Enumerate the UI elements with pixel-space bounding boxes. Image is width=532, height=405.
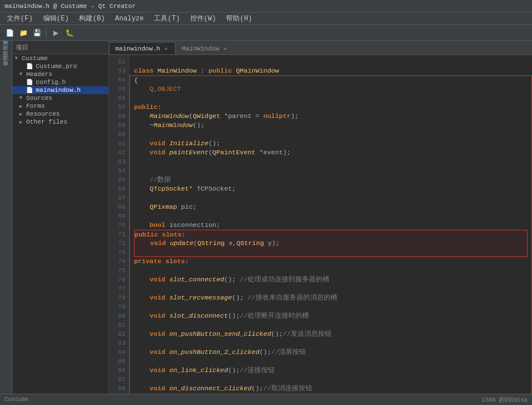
line-number-76: 76 — [109, 275, 129, 284]
code-line-70: bool isconnection; — [134, 221, 527, 230]
tabs: mainwindow.h ✕ MainWindow ✕ — [109, 41, 532, 55]
main-layout: 录音 编辑 调试 项目 调试 帮助 项目 ▼ Custume 📄 Custume… — [0, 41, 532, 394]
line-number-84: 84 — [109, 348, 129, 357]
line-number-74: 74 — [109, 257, 129, 266]
line-number-71: 71 — [109, 230, 129, 239]
panel-project[interactable]: 项目 — [1, 57, 11, 62]
line-number-80: 80 — [109, 311, 129, 320]
toolbar-build[interactable]: ▶ — [49, 27, 62, 39]
tab-mainwindow-class[interactable]: MainWindow ✕ — [175, 42, 234, 54]
line-number-61: 61 — [109, 139, 129, 148]
file-icon: 📄 — [26, 63, 34, 70]
line-number-81: 81 — [109, 320, 129, 330]
menu-item-h[interactable]: 帮助(H) — [221, 12, 257, 24]
code-line-73 — [134, 248, 527, 257]
panel-debug2[interactable]: 调试 — [1, 62, 11, 67]
line-number-75: 75 — [109, 266, 129, 275]
chevron-down-icon: ▼ — [19, 95, 26, 101]
code-line-65: //数据 — [134, 175, 527, 184]
line-number-68: 68 — [109, 202, 129, 212]
line-number-58: 58 — [109, 112, 129, 121]
code-line-81 — [134, 320, 527, 330]
toolbar-debug[interactable]: 🐛 — [63, 27, 76, 39]
menu-item-e[interactable]: 编辑(E) — [39, 12, 74, 24]
line-number-64: 64 — [109, 166, 129, 175]
line-number-59: 59 — [109, 121, 129, 130]
line-number-54: 54 — [109, 75, 129, 85]
code-line-54: { — [134, 75, 527, 85]
menu-item-f[interactable]: 文件(F) — [2, 12, 37, 24]
sidebar-header: 项目 — [12, 41, 108, 54]
code-line-83 — [134, 339, 527, 348]
sidebar-item-resources[interactable]: ▶ Resources — [12, 110, 108, 118]
code-line-71: public slots: — [134, 230, 527, 239]
sidebar-item-other[interactable]: ▶ Other files — [12, 118, 108, 126]
tab-close-icon[interactable]: ✕ — [221, 45, 228, 52]
line-number-82: 82 — [109, 330, 129, 339]
code-line-55: Q_OBJECT — [134, 85, 527, 94]
chevron-right-icon: ▶ — [19, 111, 26, 117]
content-area: mainwindow.h ✕ MainWindow ✕ 525354555657… — [109, 41, 532, 394]
chevron-down-icon: ▼ — [19, 71, 26, 77]
titlebar-text: mainwindow.h @ Custume - Qt Creator — [5, 3, 136, 10]
sidebar-item-headers[interactable]: ▼ Headers — [12, 70, 108, 78]
code-line-82: void on_pushButton_send_clicked();//发送消息… — [134, 330, 527, 339]
sidebar-item-config-h[interactable]: 📄 config.h — [12, 78, 108, 86]
code-line-86: void on_link_clicked();//连接按钮 — [134, 366, 527, 375]
menu-item-analyze[interactable]: Analyze — [111, 14, 148, 24]
sidebar-item-custume-pro[interactable]: 📄 Custume.pro — [12, 62, 108, 70]
line-number-85: 85 — [109, 357, 129, 366]
code-line-64 — [134, 166, 527, 175]
toolbar-open[interactable]: 📁 — [17, 27, 30, 39]
sidebar-item-custume[interactable]: ▼ Custume — [12, 54, 108, 62]
sidebar-tree: ▼ Custume 📄 Custume.pro ▼ Headers 📄 conf… — [12, 54, 108, 126]
line-number-69: 69 — [109, 212, 129, 221]
code-line-66: QTcpSocket* TCPSocket; — [134, 184, 527, 193]
menu-item-t[interactable]: 工具(T) — [149, 12, 185, 24]
line-number-73: 73 — [109, 248, 129, 257]
panel-edit[interactable]: 编辑 — [1, 47, 11, 52]
file-icon: 📄 — [26, 87, 34, 94]
line-number-57: 57 — [109, 103, 129, 112]
tab-close-icon[interactable]: ✕ — [162, 45, 169, 52]
line-number-62: 62 — [109, 148, 129, 157]
code-area[interactable]: class MainWindow : public QMainWindow{ Q… — [129, 55, 532, 394]
line-numbers: 5253545556575859606162636465666768697071… — [109, 55, 129, 394]
line-number-63: 63 — [109, 157, 129, 166]
line-number-60: 60 — [109, 130, 129, 139]
code-line-58: MainWindow(QWidget *parent = nullptr); — [134, 112, 527, 121]
menu-item-w[interactable]: 控件(W) — [186, 12, 221, 24]
toolbar-save[interactable]: 💾 — [31, 27, 43, 39]
menu-item-b[interactable]: 构建(B) — [74, 12, 110, 24]
line-number-77: 77 — [109, 284, 129, 293]
code-line-57: public: — [134, 103, 527, 112]
sidebar: 项目 ▼ Custume 📄 Custume.pro ▼ Headers 📄 c… — [12, 41, 109, 394]
panel-help[interactable]: 帮助 — [1, 68, 11, 72]
code-line-60 — [134, 130, 527, 139]
code-line-67 — [134, 193, 527, 202]
line-number-87: 87 — [109, 375, 129, 384]
code-line-75 — [134, 266, 527, 275]
panel-recording[interactable]: 录音 — [1, 42, 11, 47]
file-icon: 📄 — [26, 79, 34, 86]
code-line-78: void slot_recvmessage(); //接收来自服务器的消息的槽 — [134, 293, 527, 302]
line-number-67: 67 — [109, 193, 129, 202]
sidebar-item-forms[interactable]: ▶ Forms — [12, 102, 108, 110]
chevron-right-icon: ▶ — [19, 103, 26, 109]
panel-debug[interactable]: 调试 — [1, 52, 11, 57]
toolbar-new[interactable]: 📄 — [3, 27, 16, 39]
sidebar-item-sources[interactable]: ▼ Sources — [12, 94, 108, 102]
code-line-80: void slot_disconnect();//处理断开连接时的槽 — [134, 311, 527, 320]
sidebar-item-mainwindow-h[interactable]: 📄 mainwindow.h — [12, 86, 108, 94]
code-line-85 — [134, 357, 527, 366]
tab-mainwindow-h[interactable]: mainwindow.h ✕ — [109, 42, 175, 54]
line-number-78: 78 — [109, 293, 129, 302]
line-number-83: 83 — [109, 339, 129, 348]
code-line-87 — [134, 375, 527, 384]
line-number-86: 86 — [109, 366, 129, 375]
line-number-70: 70 — [109, 221, 129, 230]
code-line-88: void on_disconnect_clicked();//取消连接按钮 — [134, 384, 527, 393]
line-number-52: 52 — [109, 57, 129, 66]
code-line-63 — [134, 157, 527, 166]
code-line-89 — [134, 393, 527, 394]
